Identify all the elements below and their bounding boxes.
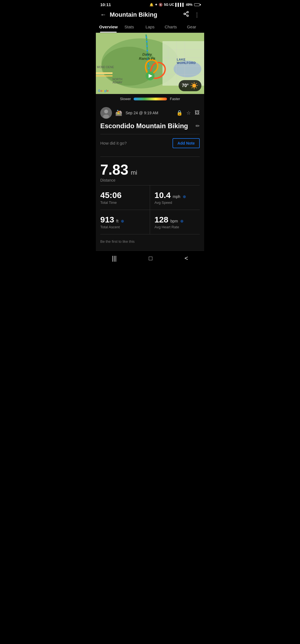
activity-meta: 🚵 Sep 24 @ 9:19 AM 🔒 ☆ 🖼	[96, 104, 204, 122]
total-ascent-stat: 913 ft ⊕ Total Ascent	[100, 210, 150, 234]
share-button[interactable]	[183, 11, 189, 18]
distance-stat: 7.83 mi Distance	[100, 157, 200, 185]
star-icon[interactable]: ☆	[186, 110, 191, 116]
north-label: NORTHADWAY	[112, 78, 122, 84]
total-ascent-value: 913	[100, 215, 114, 224]
edit-title-button[interactable]: ✏	[196, 123, 200, 129]
activity-date: Sep 24 @ 9:19 AM	[126, 111, 158, 115]
tab-gear[interactable]: Gear	[181, 22, 202, 33]
tab-laps[interactable]: Laps	[140, 22, 161, 33]
battery-percent: 49%	[186, 3, 192, 7]
svg-line-26	[192, 83, 192, 84]
more-menu-button[interactable]: ⋮	[194, 11, 200, 18]
avg-speed-unit: mph	[173, 194, 180, 199]
nav-home-button[interactable]: □	[149, 255, 152, 262]
legend-slower: Slower	[120, 97, 131, 101]
temperature: 70°	[182, 83, 189, 88]
battery-icon	[194, 3, 200, 6]
status-time: 10:11	[100, 2, 111, 7]
avg-heart-rate-unit: bpm	[171, 219, 178, 223]
svg-line-27	[196, 87, 196, 88]
network-label: 5G UC	[164, 3, 174, 7]
svg-line-3	[185, 14, 187, 15]
avg-heart-rate-stat: 128 bpm ⊕ Avg Heart Rate	[150, 210, 200, 234]
activity-map[interactable]: DaleyRanch Pk MOND DENE NORTHADWAY LAKEW…	[96, 33, 204, 94]
total-time-stat: 45:06 Total Time	[100, 185, 150, 210]
avg-speed-value: 10.4	[154, 190, 171, 200]
distance-value: 7.83	[100, 162, 128, 178]
add-note-button[interactable]: Add Note	[172, 138, 200, 148]
svg-point-31	[104, 110, 108, 113]
weather-badge: 70°	[179, 80, 201, 91]
area-label: MOND DENE	[97, 66, 114, 69]
svg-point-32	[103, 115, 109, 118]
activity-content: Escondido Mountain Biking ✏ How did it g…	[96, 122, 204, 157]
tab-overview[interactable]: Overview	[98, 22, 119, 33]
activity-type-icon: 🚵	[115, 110, 122, 116]
google-logo: Google	[98, 89, 109, 92]
avg-heart-rate-label: Avg Heart Rate	[154, 225, 200, 229]
svg-line-28	[196, 83, 196, 84]
signal-icon: ▌▌▌▌	[175, 3, 185, 7]
avg-speed-stat: 10.4 mph ⊕ Avg Speed	[150, 185, 200, 210]
activity-title: Escondido Mountain Biking	[100, 122, 193, 130]
svg-line-29	[192, 87, 192, 88]
avatar	[100, 107, 112, 119]
avg-heart-rate-value: 128	[154, 215, 168, 224]
total-ascent-pulse-icon: ⊕	[121, 219, 124, 223]
distance-unit: mi	[131, 169, 137, 176]
back-button[interactable]: ←	[100, 11, 106, 18]
stats-grid: 45:06 Total Time 10.4 mph ⊕ Avg Speed 91…	[100, 185, 200, 234]
total-ascent-label: Total Ascent	[100, 225, 145, 229]
header-left: ← Mountain Biking	[100, 11, 157, 18]
speed-gradient	[134, 98, 167, 100]
bottom-nav: ||| □ <	[96, 251, 204, 267]
avg-heart-rate-pulse-icon: ⊕	[180, 219, 184, 223]
tab-bar: Overview Stats Laps Charts Gear	[96, 22, 204, 33]
meta-icons: 🔒 ☆ 🖼	[176, 110, 200, 116]
total-time-label: Total Time	[100, 200, 145, 205]
page-title: Mountain Biking	[110, 11, 157, 18]
speed-legend: Slower Faster	[96, 94, 204, 104]
header-right: ⋮	[183, 11, 200, 18]
distance-label: Distance	[100, 178, 200, 182]
sun-icon	[190, 82, 198, 90]
avg-speed-label: Avg Speed	[154, 200, 200, 205]
status-bar: 10:11 🔔 ✦ 🔇 5G UC ▌▌▌▌ 49%	[96, 0, 204, 8]
park-label: DaleyRanch Pk	[139, 52, 155, 61]
like-text: Be the first to like this	[100, 239, 135, 244]
mute-icon: 🔇	[159, 3, 163, 7]
alarm-icon: 🔔	[149, 3, 154, 7]
tab-stats[interactable]: Stats	[119, 22, 140, 33]
bluetooth-icon: ✦	[155, 3, 158, 7]
legend-faster: Faster	[170, 97, 180, 101]
total-time-value: 45:06	[100, 190, 122, 200]
avg-speed-pulse-icon: ⊕	[183, 194, 186, 199]
svg-line-4	[185, 13, 187, 14]
app-header: ← Mountain Biking ⋮	[96, 8, 204, 22]
note-row: How did it go? Add Note	[100, 134, 200, 152]
note-prompt: How did it go?	[100, 141, 127, 145]
like-section: Be the first to like this	[96, 234, 204, 251]
add-photo-icon[interactable]: 🖼	[195, 110, 200, 116]
lake-label: LAKEWOHLFORD	[177, 58, 196, 65]
nav-back-button[interactable]: |||	[112, 255, 117, 262]
stats-section: 7.83 mi Distance 45:06 Total Time 10.4 m…	[96, 157, 204, 234]
total-ascent-unit: ft	[116, 219, 119, 223]
status-icons: 🔔 ✦ 🔇 5G UC ▌▌▌▌ 49%	[149, 3, 200, 7]
title-row: Escondido Mountain Biking ✏	[100, 122, 200, 130]
lock-icon[interactable]: 🔒	[176, 110, 182, 116]
nav-recent-button[interactable]: <	[184, 255, 188, 262]
svg-point-21	[192, 84, 196, 88]
tab-charts[interactable]: Charts	[160, 22, 181, 33]
